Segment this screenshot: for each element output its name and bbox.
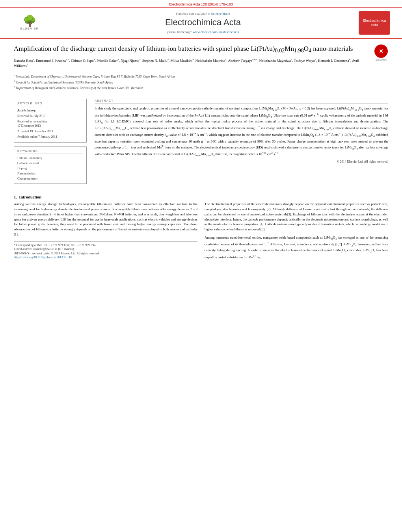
homepage-label: journal homepage: bbox=[167, 30, 192, 34]
keywords-header: Keywords: bbox=[17, 149, 83, 154]
keywords-list: Lithium-ion battery Cathode material Dop… bbox=[17, 156, 83, 181]
crossmark-icon: ✕ bbox=[374, 44, 388, 58]
journal-center: Contents lists available at ScienceDirec… bbox=[47, 12, 359, 34]
keyword-5: Charge transport bbox=[17, 176, 83, 182]
abstract-text: In this study the synergistic and cataly… bbox=[95, 106, 388, 158]
affiliation-a: a SensorLab, Department of Chemistry, Un… bbox=[14, 73, 370, 79]
doi-note: http://dx.doi.org/10.1016/j.electacta.20… bbox=[14, 256, 197, 260]
intro-paragraph-right-2: Among numerous transition-metal oxides, … bbox=[205, 235, 388, 260]
citation-text: Electrochimica Acta 128 (2014) 178–183 bbox=[169, 2, 233, 6]
affiliation-c: c Department of Biological and Chemical … bbox=[14, 85, 370, 90]
journal-title: Electrochimica Acta bbox=[47, 17, 359, 28]
article-info-box: ARTICLE INFO Article history: Received 2… bbox=[14, 99, 87, 143]
elsevier-label: ELSEVIER bbox=[20, 27, 39, 30]
keyword-1: Lithium-ion battery bbox=[17, 156, 83, 161]
received-date: Received 24 July 2013 bbox=[17, 114, 83, 119]
right-column: ABSTRACT In this study the synergistic a… bbox=[95, 99, 388, 184]
article-title-text: Amplification of the discharge current d… bbox=[14, 44, 370, 95]
article-info-header: ARTICLE INFO bbox=[17, 102, 83, 106]
journal-homepage: journal homepage: www.elsevier.com/locat… bbox=[47, 30, 359, 34]
elsevier-tree-icon: 🌳 bbox=[23, 16, 37, 27]
accepted-date: Accepted 19 December 2013 bbox=[17, 129, 83, 134]
received-revised-date: Received in revised form17 December 2013 bbox=[17, 119, 83, 128]
article-columns: Among various energy storage technologie… bbox=[14, 202, 388, 263]
keyword-4: Nanomaterials bbox=[17, 171, 83, 176]
article-body: Amplification of the discharge current d… bbox=[0, 39, 402, 271]
contents-label: Contents lists available at bbox=[176, 12, 210, 16]
journal-header: 🌳 ELSEVIER Contents lists available at S… bbox=[0, 8, 402, 39]
left-column: ARTICLE INFO Article history: Received 2… bbox=[14, 99, 87, 184]
keyword-2: Cathode material bbox=[17, 161, 83, 166]
elsevier-logo: 🌳 ELSEVIER bbox=[12, 12, 47, 34]
copyright-line: © 2014 Elsevier Ltd. All rights reserved… bbox=[95, 160, 388, 163]
two-column-layout: ARTICLE INFO Article history: Received 2… bbox=[14, 99, 388, 184]
introduction-title: 1. Introduction bbox=[14, 195, 388, 199]
affiliation-b: b Council for Scientific and Industrial … bbox=[14, 79, 370, 85]
keywords-box: Keywords: Lithium-ion battery Cathode ma… bbox=[14, 146, 87, 184]
doi-link[interactable]: http://dx.doi.org/10.1016/j.electacta.20… bbox=[14, 256, 72, 259]
article-title-section: Amplification of the discharge current d… bbox=[14, 44, 388, 95]
article-col-left: Among various energy storage technologie… bbox=[14, 202, 197, 263]
email-note: E-mail address: eiwuoha@uwc.ac.za (E.I. … bbox=[14, 247, 197, 252]
abstract-header: ABSTRACT bbox=[95, 99, 388, 104]
sciencedirect-link[interactable]: ScienceDirect bbox=[211, 12, 230, 16]
main-article: 1. Introduction Among various energy sto… bbox=[14, 190, 388, 263]
corresponding-author-note: * Corresponding author. Tel.: +27 21 959… bbox=[14, 243, 197, 248]
issn-note: 0013-4686/$ – see front matter © 2014 El… bbox=[14, 252, 197, 256]
homepage-url[interactable]: www.elsevier.com/locate/electacta bbox=[193, 30, 239, 34]
intro-paragraph-right-1: The electrochemical properties of the el… bbox=[205, 202, 388, 232]
abstract-section: ABSTRACT In this study the synergistic a… bbox=[95, 99, 388, 163]
page: Electrochimica Acta 128 (2014) 178–183 🌳… bbox=[0, 0, 402, 532]
history-label: Article history: bbox=[17, 108, 83, 113]
citation-bar: Electrochimica Acta 128 (2014) 178–183 bbox=[0, 0, 402, 8]
contents-line: Contents lists available at ScienceDirec… bbox=[47, 12, 359, 16]
section-name: Introduction bbox=[19, 195, 41, 199]
journal-logo-right: ElectrochimicaActa bbox=[359, 11, 390, 35]
keyword-3: Doping bbox=[17, 166, 83, 171]
available-date: Available online 7 January 2014 bbox=[17, 135, 83, 139]
article-history: Article history: Received 24 July 2013 R… bbox=[17, 108, 83, 139]
intro-paragraph-left: Among various energy storage technologie… bbox=[14, 202, 197, 237]
footnote-section: * Corresponding author. Tel.: +27 21 959… bbox=[14, 241, 197, 260]
article-col-right: The electrochemical properties of the el… bbox=[205, 202, 388, 263]
affiliations: a SensorLab, Department of Chemistry, Un… bbox=[14, 71, 370, 91]
crossmark: ✕ CrossMark bbox=[374, 44, 388, 58]
authors: Natasha Rossa, Emmanuel I. Iwuohaa,*, Ch… bbox=[14, 58, 370, 69]
section-number: 1. bbox=[14, 195, 17, 199]
article-title: Amplification of the discharge current d… bbox=[14, 44, 370, 55]
